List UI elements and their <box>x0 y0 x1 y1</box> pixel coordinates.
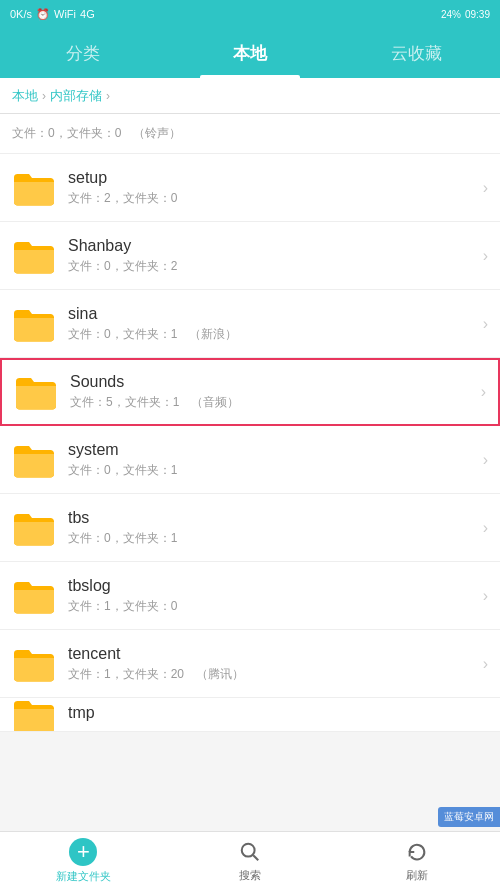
file-item[interactable]: system 文件：0，文件夹：1 › <box>0 426 500 494</box>
folder-icon <box>12 509 56 547</box>
status-left: 0K/s ⏰ WiFi 4G <box>10 8 95 21</box>
file-name: setup <box>68 169 475 187</box>
chevron-right-icon: › <box>481 383 486 401</box>
file-name: tencent <box>68 645 475 663</box>
network-speed: 0K/s <box>10 8 32 20</box>
chevron-right-icon: › <box>483 451 488 469</box>
battery-text: 24% <box>441 9 461 20</box>
file-name: system <box>68 441 475 459</box>
file-meta: 文件：1，文件夹：20 （腾讯） <box>68 666 475 683</box>
file-meta: 文件：0，文件夹：1 （新浪） <box>68 326 475 343</box>
folder-icon <box>12 645 56 683</box>
file-item[interactable]: tmp <box>0 698 500 732</box>
refresh-icon <box>404 839 430 865</box>
file-meta: 文件：0，文件夹：1 <box>68 530 475 547</box>
breadcrumb-local[interactable]: 本地 <box>12 87 38 105</box>
partial-top-item: 文件：0，文件夹：0 （铃声） <box>0 114 500 154</box>
chevron-right-icon: › <box>483 247 488 265</box>
status-bar: 0K/s ⏰ WiFi 4G 24% 09:39 <box>0 0 500 28</box>
file-info: Shanbay 文件：0，文件夹：2 <box>68 237 475 275</box>
svg-line-1 <box>253 855 258 860</box>
watermark: 蓝莓安卓网 <box>438 807 500 827</box>
file-item[interactable]: Shanbay 文件：0，文件夹：2 › <box>0 222 500 290</box>
plus-icon: + <box>69 838 97 866</box>
file-item[interactable]: tencent 文件：1，文件夹：20 （腾讯） › <box>0 630 500 698</box>
breadcrumb-internal-storage[interactable]: 内部存储 <box>50 87 102 105</box>
file-name: tbs <box>68 509 475 527</box>
time-display: 09:39 <box>465 9 490 20</box>
file-item[interactable]: tbs 文件：0，文件夹：1 › <box>0 494 500 562</box>
file-info: system 文件：0，文件夹：1 <box>68 441 475 479</box>
chevron-right-icon: › <box>483 179 488 197</box>
refresh-button[interactable]: 刷新 <box>333 839 500 883</box>
chevron-right-icon: › <box>483 519 488 537</box>
svg-point-0 <box>242 843 255 856</box>
file-info: tbslog 文件：1，文件夹：0 <box>68 577 475 615</box>
chevron-right-icon: › <box>483 587 488 605</box>
new-folder-button[interactable]: + 新建文件夹 <box>0 838 167 884</box>
folder-icon <box>12 698 56 732</box>
bottom-bar: + 新建文件夹 搜索 刷新 <box>0 831 500 889</box>
file-item[interactable]: sina 文件：0，文件夹：1 （新浪） › <box>0 290 500 358</box>
folder-icon <box>12 577 56 615</box>
file-name: Shanbay <box>68 237 475 255</box>
breadcrumb: 本地 › 内部存储 › <box>0 78 500 114</box>
new-folder-label: 新建文件夹 <box>56 869 111 884</box>
file-meta: 文件：5，文件夹：1 （音频） <box>70 394 473 411</box>
chevron-right-icon: › <box>483 315 488 333</box>
refresh-label: 刷新 <box>406 868 428 883</box>
file-info: sina 文件：0，文件夹：1 （新浪） <box>68 305 475 343</box>
file-meta: 文件：0，文件夹：1 <box>68 462 475 479</box>
file-info: setup 文件：2，文件夹：0 <box>68 169 475 207</box>
chevron-right-icon: › <box>483 655 488 673</box>
tab-cloud[interactable]: 云收藏 <box>333 28 500 78</box>
wifi-icon: WiFi <box>54 8 76 20</box>
file-item[interactable]: tbslog 文件：1，文件夹：0 › <box>0 562 500 630</box>
search-button[interactable]: 搜索 <box>167 839 334 883</box>
file-name: tbslog <box>68 577 475 595</box>
status-right: 24% 09:39 <box>441 9 490 20</box>
file-name: tmp <box>68 704 488 722</box>
folder-icon <box>12 237 56 275</box>
signal-icon: 4G <box>80 8 95 20</box>
file-meta: 文件：0，文件夹：2 <box>68 258 475 275</box>
tab-classify[interactable]: 分类 <box>0 28 167 78</box>
breadcrumb-sep-2: › <box>106 89 110 103</box>
search-icon <box>237 839 263 865</box>
folder-icon <box>12 441 56 479</box>
file-info: tencent 文件：1，文件夹：20 （腾讯） <box>68 645 475 683</box>
file-info: Sounds 文件：5，文件夹：1 （音频） <box>70 373 473 411</box>
top-navigation: 分类 本地 云收藏 <box>0 28 500 78</box>
file-info: tbs 文件：0，文件夹：1 <box>68 509 475 547</box>
search-label: 搜索 <box>239 868 261 883</box>
folder-icon <box>14 373 58 411</box>
file-meta: 文件：2，文件夹：0 <box>68 190 475 207</box>
clock-icon: ⏰ <box>36 8 50 21</box>
file-meta: 文件：1，文件夹：0 <box>68 598 475 615</box>
file-info: tmp <box>68 704 488 725</box>
tab-local[interactable]: 本地 <box>167 28 334 78</box>
breadcrumb-sep-1: › <box>42 89 46 103</box>
partial-top-meta: 文件：0，文件夹：0 （铃声） <box>12 125 181 142</box>
folder-icon <box>12 305 56 343</box>
file-item[interactable]: Sounds 文件：5，文件夹：1 （音频） › <box>0 358 500 426</box>
file-name: Sounds <box>70 373 473 391</box>
file-list: 文件：0，文件夹：0 （铃声） setup 文件：2，文件夹：0 › Shanb… <box>0 114 500 831</box>
folder-icon <box>12 169 56 207</box>
file-item[interactable]: setup 文件：2，文件夹：0 › <box>0 154 500 222</box>
file-name: sina <box>68 305 475 323</box>
